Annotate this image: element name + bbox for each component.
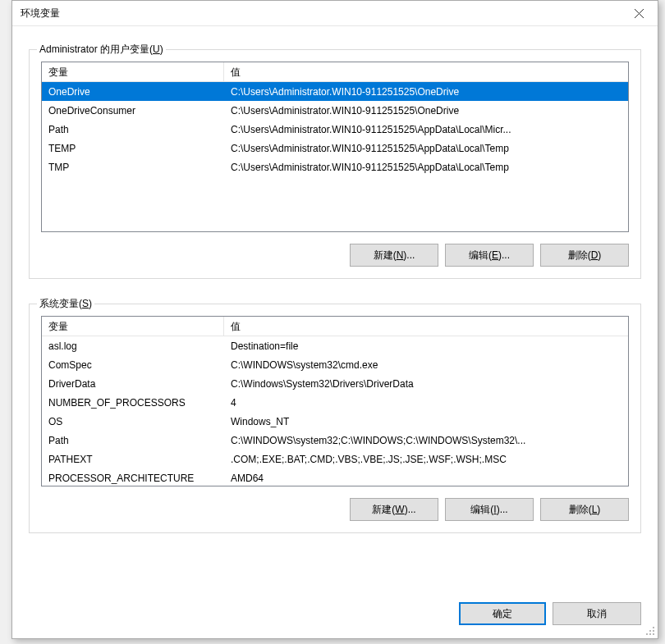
system-delete-button[interactable]: 删除(L): [540, 498, 629, 521]
user-delete-button[interactable]: 删除(D): [540, 244, 629, 267]
table-row[interactable]: DriverDataC:\Windows\System32\Drivers\Dr…: [42, 374, 628, 393]
background-right: [658, 0, 665, 644]
cell-var: OS: [42, 413, 224, 430]
system-vars-label: 系统变量(S): [37, 297, 94, 311]
cell-val: C:\Windows\System32\Drivers\DriverData: [224, 376, 628, 392]
table-row[interactable]: PROCESSOR_ARCHITECTUREAMD64: [42, 468, 628, 486]
svg-rect-4: [653, 630, 654, 632]
cell-var: PATHEXT: [42, 451, 224, 468]
cell-val: C:\WINDOWS\system32;C:\WINDOWS;C:\WINDOW…: [224, 432, 628, 449]
cell-var: OneDriveConsumer: [42, 103, 224, 119]
user-table-body[interactable]: OneDriveC:\Users\Administrator.WIN10-911…: [42, 82, 628, 231]
system-vars-table[interactable]: 变量 值 asl.logDestination=fileComSpecC:\WI…: [41, 316, 629, 486]
sys-header-var[interactable]: 变量: [42, 317, 224, 336]
sys-delete-suffix: ): [597, 504, 600, 515]
dialog-footer: 确定 取消: [29, 591, 641, 625]
user-label-hotkey: U: [153, 43, 160, 55]
table-row[interactable]: OSWindows_NT: [42, 412, 628, 431]
system-new-button[interactable]: 新建(W)...: [350, 498, 438, 521]
user-new-suffix: )...: [403, 249, 415, 261]
user-new-button[interactable]: 新建(N)...: [350, 244, 438, 267]
resize-grip[interactable]: [644, 625, 656, 637]
cell-var: TMP: [42, 159, 224, 176]
user-label-suffix: ): [160, 43, 163, 55]
cell-var: DriverData: [42, 376, 224, 392]
cell-val: C:\Users\Administrator.WIN10-911251525\O…: [224, 103, 628, 119]
cell-val: 4: [224, 395, 628, 411]
cell-val: Destination=file: [224, 338, 628, 354]
table-row[interactable]: ComSpecC:\WINDOWS\system32\cmd.exe: [42, 355, 628, 374]
sys-header-val[interactable]: 值: [224, 317, 628, 336]
dialog-title: 环境变量: [21, 7, 620, 21]
sys-new-prefix: 新建(: [372, 504, 395, 515]
system-edit-button[interactable]: 编辑(I)...: [445, 498, 534, 521]
cell-val: C:\Users\Administrator.WIN10-911251525\A…: [224, 159, 628, 176]
system-vars-group: 系统变量(S) 变量 值 asl.logDestination=fileComS…: [29, 304, 641, 533]
table-row[interactable]: OneDriveConsumerC:\Users\Administrator.W…: [42, 101, 628, 120]
svg-rect-3: [649, 630, 651, 632]
table-row[interactable]: OneDriveC:\Users\Administrator.WIN10-911…: [42, 82, 628, 101]
sys-label-hotkey: S: [82, 298, 89, 309]
svg-rect-2: [653, 627, 654, 628]
user-table-header: 变量 值: [42, 62, 628, 82]
cell-var: PROCESSOR_ARCHITECTURE: [42, 470, 224, 486]
cell-var: asl.log: [42, 338, 224, 354]
cell-val: AMD64: [224, 470, 628, 486]
svg-rect-6: [649, 633, 651, 635]
sys-edit-suffix: )...: [497, 504, 508, 515]
user-header-var[interactable]: 变量: [42, 62, 224, 81]
cell-var: ComSpec: [42, 357, 224, 373]
system-table-body[interactable]: asl.logDestination=fileComSpecC:\WINDOWS…: [42, 336, 628, 486]
sys-label-prefix: 系统变量(: [39, 298, 82, 309]
sys-new-suffix: )...: [405, 504, 416, 515]
user-header-val[interactable]: 值: [224, 62, 628, 81]
cell-val: C:\Users\Administrator.WIN10-911251525\A…: [224, 140, 628, 157]
cell-val: C:\Users\Administrator.WIN10-911251525\A…: [224, 121, 628, 138]
user-edit-button[interactable]: 编辑(E)...: [445, 244, 534, 267]
user-vars-label: Administrator 的用户变量(U): [37, 43, 166, 57]
sys-edit-prefix: 编辑(: [470, 504, 493, 515]
cell-val: .COM;.EXE;.BAT;.CMD;.VBS;.VBE;.JS;.JSE;.…: [224, 451, 628, 468]
sys-label-suffix: ): [89, 298, 92, 309]
cell-val: C:\WINDOWS\system32\cmd.exe: [224, 357, 628, 373]
table-row[interactable]: NUMBER_OF_PROCESSORS4: [42, 393, 628, 412]
user-label-prefix: Administrator 的用户变量(: [39, 43, 153, 55]
system-button-row: 新建(W)... 编辑(I)... 删除(L): [41, 498, 629, 521]
env-vars-dialog: 环境变量 Administrator 的用户变量(U) 变量 值 OneDriv…: [11, 0, 658, 639]
user-delete-suffix: ): [598, 249, 601, 261]
svg-rect-5: [646, 633, 648, 635]
sys-new-hotkey: W: [395, 504, 404, 515]
user-edit-hotkey: E: [492, 249, 498, 261]
table-row[interactable]: PathC:\Users\Administrator.WIN10-9112515…: [42, 120, 628, 139]
table-row[interactable]: PathC:\WINDOWS\system32;C:\WINDOWS;C:\WI…: [42, 431, 628, 450]
user-new-prefix: 新建(: [374, 249, 397, 261]
cancel-button[interactable]: 取消: [553, 602, 641, 625]
sys-delete-prefix: 删除(: [569, 504, 592, 515]
resize-grip-icon: [644, 625, 656, 637]
cell-var: Path: [42, 121, 224, 138]
titlebar: 环境变量: [12, 1, 658, 26]
svg-rect-7: [653, 633, 654, 635]
cell-val: C:\Users\Administrator.WIN10-911251525\O…: [224, 84, 628, 100]
cell-var: NUMBER_OF_PROCESSORS: [42, 395, 224, 411]
user-edit-prefix: 编辑(: [469, 249, 492, 261]
cell-val: Windows_NT: [224, 413, 628, 430]
user-delete-prefix: 删除(: [568, 249, 591, 261]
dialog-content: Administrator 的用户变量(U) 变量 值 OneDriveC:\U…: [12, 26, 658, 638]
system-table-header: 变量 值: [42, 317, 628, 336]
table-row[interactable]: TEMPC:\Users\Administrator.WIN10-9112515…: [42, 139, 628, 158]
close-icon: [635, 9, 644, 18]
background-left: [0, 0, 11, 644]
table-row[interactable]: TMPC:\Users\Administrator.WIN10-91125152…: [42, 158, 628, 176]
user-vars-group: Administrator 的用户变量(U) 变量 值 OneDriveC:\U…: [29, 49, 641, 279]
cell-var: Path: [42, 432, 224, 449]
close-button[interactable]: [620, 1, 658, 25]
user-vars-table[interactable]: 变量 值 OneDriveC:\Users\Administrator.WIN1…: [41, 62, 629, 232]
table-row[interactable]: PATHEXT.COM;.EXE;.BAT;.CMD;.VBS;.VBE;.JS…: [42, 450, 628, 468]
table-row[interactable]: asl.logDestination=file: [42, 336, 628, 355]
cell-var: OneDrive: [42, 84, 224, 100]
user-button-row: 新建(N)... 编辑(E)... 删除(D): [41, 244, 629, 267]
user-edit-suffix: )...: [498, 249, 510, 261]
cell-var: TEMP: [42, 140, 224, 157]
ok-button[interactable]: 确定: [459, 602, 546, 625]
